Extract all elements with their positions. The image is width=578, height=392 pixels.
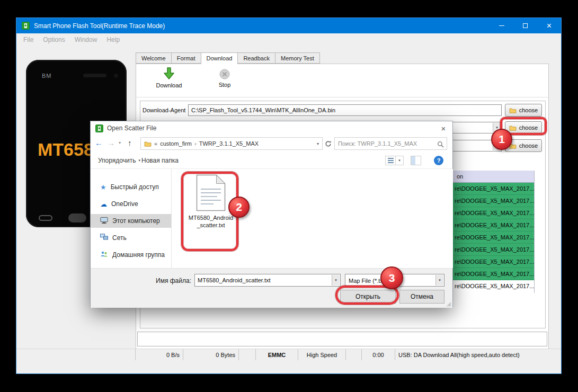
table-column-divider — [534, 171, 535, 293]
tab-download[interactable]: Download — [201, 52, 238, 64]
choose-button-label: choose — [519, 142, 538, 149]
sidebar-item-homegroup[interactable]: Домашняя группа — [91, 248, 171, 262]
close-button[interactable]: × — [537, 18, 561, 33]
help-button[interactable]: ? — [434, 156, 443, 165]
sidebar-item-onedrive[interactable]: ☁ OneDrive — [91, 197, 171, 211]
screenshot-root: Smart Phone Flash Tool(Runtime Trace Mod… — [0, 0, 578, 392]
annotation-number: 1 — [499, 133, 505, 146]
minimize-button[interactable] — [490, 18, 513, 33]
phone-speaker — [83, 74, 106, 77]
view-thumbnails-icon[interactable] — [385, 156, 396, 165]
search-box[interactable] — [334, 137, 447, 150]
stop-icon — [219, 68, 230, 80]
filename-input[interactable] — [195, 274, 331, 286]
organize-button[interactable]: Упорядочить ▾ — [98, 157, 140, 164]
sidebar-item-label: Быстрый доступ — [111, 183, 159, 191]
resize-grip-icon[interactable]: ◢ — [447, 300, 451, 307]
maximize-button[interactable] — [513, 18, 537, 33]
back-button[interactable]: ← — [95, 138, 103, 147]
window-controls: × — [490, 18, 561, 33]
dialog-app-icon — [95, 124, 103, 132]
table-header-location: on — [457, 171, 463, 183]
annotation-number: 3 — [389, 272, 395, 284]
menu-options[interactable]: Options — [38, 36, 69, 43]
list-lines-icon — [388, 158, 394, 163]
preview-pane-toggle[interactable] — [411, 156, 421, 165]
network-icon — [100, 234, 108, 242]
cancel-button[interactable]: Отмена — [399, 290, 444, 304]
address-bar[interactable]: « custom_firm › TWRP_3.1.1_X5_MAX ▾ — [140, 137, 323, 150]
app-icon — [22, 22, 30, 30]
sidebar-item-label: OneDrive — [111, 200, 138, 208]
choose-button-label: choose — [519, 107, 538, 113]
chevron-down-icon[interactable]: ▾ — [435, 275, 443, 286]
table-cell-location: re\DOOGEE_X5_MAX_2017... — [455, 244, 534, 256]
chevron-down-icon[interactable]: ▾ — [332, 275, 340, 286]
download-agent-input[interactable] — [188, 104, 502, 116]
view-dropdown-button[interactable]: ▾ — [396, 156, 404, 165]
tab-memory-test[interactable]: Memory Test — [275, 52, 320, 64]
download-button[interactable]: Download — [150, 67, 188, 88]
status-storage: EMMC — [256, 349, 298, 360]
organize-label: Упорядочить — [98, 157, 136, 164]
sidebar-item-network[interactable]: Сеть — [91, 231, 171, 245]
status-segment — [16, 349, 136, 360]
table-cell-location: re\DOOGEE_X5_MAX_2017... — [455, 207, 534, 219]
filename-combo[interactable]: ▾ — [194, 274, 341, 287]
menu-file[interactable]: File — [19, 36, 38, 43]
status-time: 0:00 — [362, 349, 395, 360]
status-bytes-value: 0 Bytes — [216, 352, 235, 358]
tab-welcome[interactable]: Welcome — [136, 52, 172, 64]
annotation-step-3: 3 — [380, 266, 403, 289]
status-storage-value: EMMC — [268, 352, 286, 358]
status-speed: 0 B/s — [136, 349, 183, 360]
download-arrow-icon — [163, 67, 175, 81]
download-agent-label: Download-Agent — [143, 107, 185, 113]
tab-format[interactable]: Format — [172, 52, 201, 64]
new-folder-button[interactable]: Новая папка — [141, 157, 179, 164]
stop-button[interactable]: Stop — [211, 68, 238, 88]
table-cell-location: re\DOOGEE_X5_MAX_2017... — [455, 195, 534, 207]
maximize-icon — [523, 23, 528, 28]
table-cell-location: re\DOOGEE_X5_MAX_2017... — [455, 219, 534, 231]
window-title: Smart Phone Flash Tool(Runtime Trace Mod… — [34, 22, 165, 30]
titlebar[interactable]: Smart Phone Flash Tool(Runtime Trace Mod… — [16, 18, 561, 33]
breadcrumb-collapse[interactable]: « — [154, 140, 157, 147]
phone-home-button — [68, 213, 86, 222]
breadcrumb-folder[interactable]: custom_firm — [160, 140, 192, 147]
sidebar-item-quick-access[interactable]: ★ Быстрый доступ — [91, 180, 171, 194]
filename-label: Имя файла: — [153, 277, 191, 284]
annotation-number: 2 — [236, 201, 242, 213]
view-switcher[interactable]: ▾ — [385, 156, 404, 165]
status-bar: 0 B/s 0 Bytes EMMC High Speed 0:00 USB: … — [16, 349, 561, 360]
table-cell-location: re\DOOGEE_X5_MAX_2017... — [455, 268, 534, 280]
dialog-close-button[interactable]: × — [434, 121, 452, 135]
recent-locations-chevron-icon[interactable]: ▾ — [119, 140, 121, 145]
status-segment — [346, 349, 362, 360]
phone-brand-label: BM — [42, 73, 52, 79]
refresh-icon[interactable] — [325, 140, 332, 149]
sidebar-item-this-pc[interactable]: Этот компьютер — [91, 214, 171, 228]
table-cell-location: re\DOOGEE_X5_MAX_2017... — [455, 256, 534, 268]
up-button[interactable]: ↑ — [128, 138, 132, 147]
breadcrumb-folder-current[interactable]: TWRP_3.1.1_X5_MAX — [199, 140, 259, 147]
dialog-titlebar[interactable]: Open Scatter File × — [91, 121, 452, 135]
sidebar-item-label: Этот компьютер — [112, 217, 160, 225]
status-time-value: 0:00 — [372, 352, 384, 358]
choose-download-agent-button[interactable]: choose — [505, 104, 542, 117]
computer-icon — [100, 217, 108, 226]
dialog-title: Open Scatter File — [107, 124, 156, 132]
phone-camera — [114, 74, 118, 78]
tab-readback[interactable]: Readback — [238, 52, 275, 64]
sidebar-item-label: Сеть — [112, 234, 127, 242]
forward-button[interactable]: → — [107, 138, 115, 147]
search-icon — [437, 140, 444, 150]
address-dropdown-chevron-icon[interactable]: ▾ — [317, 141, 319, 146]
status-link-value: High Speed — [307, 352, 337, 358]
table-cell-location: re\DOOGEE_X5_MAX_2017... — [455, 280, 534, 292]
chevron-down-icon: ▾ — [138, 158, 140, 163]
search-input[interactable] — [335, 138, 447, 149]
menu-help[interactable]: Help — [102, 36, 125, 43]
chevron-down-icon: ▾ — [398, 158, 401, 163]
menu-window[interactable]: Window — [70, 36, 102, 43]
